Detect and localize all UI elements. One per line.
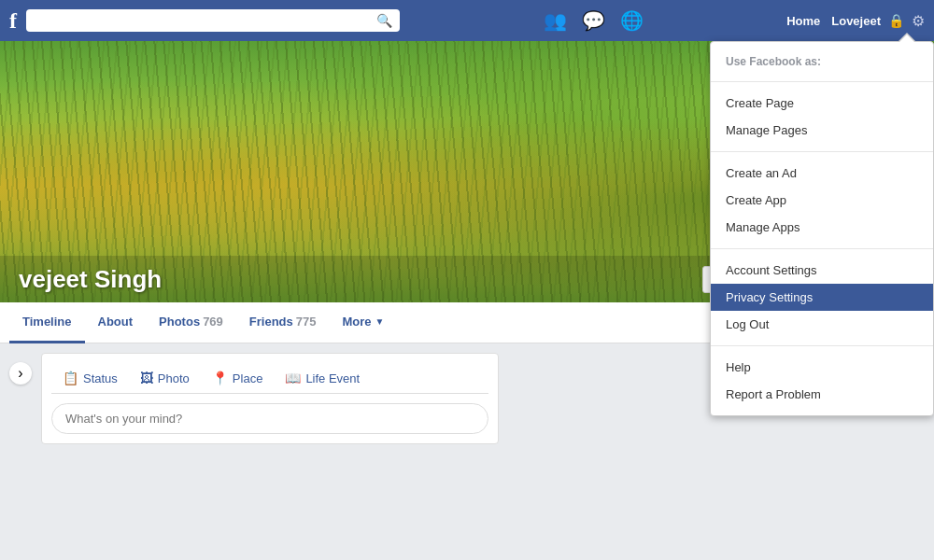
post-box: 📋 Status 🖼 Photo 📍 Place 📖 Life Event — [41, 353, 499, 444]
friends-icon[interactable]: 👥 — [544, 9, 567, 32]
post-tab-life-event-label: Life Event — [305, 371, 360, 385]
post-tab-status-label: Status — [83, 371, 118, 385]
gear-icon[interactable]: ⚙ — [912, 12, 925, 30]
navbar: f 🔍 👥 💬 🌐 Home Lovejeet 🔒 ⚙ Use Facebook… — [0, 0, 934, 41]
tab-friends-count: 775 — [296, 315, 317, 329]
chevron-right-icon: › — [18, 365, 22, 382]
dropdown-arrow — [899, 35, 914, 42]
tab-photos-count: 769 — [203, 315, 223, 329]
manage-apps-item[interactable]: Manage Apps — [711, 214, 933, 241]
dropdown-section-pages: Create Page Manage Pages — [711, 82, 933, 152]
navbar-right: Home Lovejeet 🔒 ⚙ — [786, 12, 925, 30]
manage-pages-item[interactable]: Manage Pages — [711, 117, 933, 144]
logout-item[interactable]: Log Out — [711, 311, 933, 338]
create-app-item[interactable]: Create App — [711, 187, 933, 214]
post-tab-photo[interactable]: 🖼 Photo — [129, 363, 201, 393]
dropdown-section-settings: Account Settings Privacy Settings Log Ou… — [711, 249, 933, 346]
create-ad-item[interactable]: Create an Ad — [711, 160, 933, 187]
status-icon: 📋 — [63, 371, 78, 385]
search-icon: 🔍 — [376, 13, 392, 28]
tab-photos-label: Photos — [159, 315, 200, 329]
tab-friends[interactable]: Friends 775 — [236, 302, 330, 343]
user-name[interactable]: Lovejeet — [831, 14, 881, 28]
facebook-logo: f — [9, 8, 17, 34]
dropdown-section-help: Help Report a Problem — [711, 346, 933, 415]
search-input[interactable] — [34, 14, 373, 28]
privacy-settings-item[interactable]: Privacy Settings — [711, 284, 933, 311]
tab-about[interactable]: About — [85, 302, 147, 343]
search-box[interactable]: 🔍 — [26, 9, 400, 32]
tab-more[interactable]: More ▼ — [330, 302, 398, 343]
profile-name: vejeet Singh — [19, 265, 162, 294]
create-page-item[interactable]: Create Page — [711, 90, 933, 117]
post-tab-place-label: Place — [233, 371, 263, 385]
tab-friends-label: Friends — [249, 315, 293, 329]
dropdown-section-ads: Create an Ad Create App Manage Apps — [711, 152, 933, 249]
navbar-center-icons: 👥 💬 🌐 — [400, 9, 786, 32]
account-settings-item[interactable]: Account Settings — [711, 257, 933, 284]
photo-icon: 🖼 — [140, 371, 153, 385]
tab-timeline[interactable]: Timeline — [9, 302, 85, 343]
tab-more-label: More — [343, 315, 372, 329]
tab-about-label: About — [98, 315, 134, 329]
home-link[interactable]: Home — [786, 14, 820, 28]
post-tab-life-event[interactable]: 📖 Life Event — [274, 363, 371, 393]
tab-photos[interactable]: Photos 769 — [146, 302, 236, 343]
notifications-icon[interactable]: 🌐 — [620, 9, 644, 32]
settings-dropdown: Use Facebook as: Create Page Manage Page… — [710, 41, 934, 416]
post-tab-photo-label: Photo — [158, 371, 190, 385]
life-event-icon: 📖 — [285, 371, 301, 385]
report-problem-item[interactable]: Report a Problem — [711, 381, 933, 408]
dropdown-section-header: Use Facebook as: — [711, 42, 933, 82]
post-tab-status[interactable]: 📋 Status — [51, 363, 129, 393]
post-tab-place[interactable]: 📍 Place — [201, 363, 275, 393]
post-input[interactable] — [51, 403, 488, 434]
messages-icon[interactable]: 💬 — [582, 9, 605, 32]
place-icon: 📍 — [212, 371, 228, 385]
post-tabs: 📋 Status 🖼 Photo 📍 Place 📖 Life Event — [51, 363, 488, 394]
tab-timeline-label: Timeline — [22, 315, 72, 329]
help-item[interactable]: Help — [711, 354, 933, 381]
sidebar-toggle-button[interactable]: › — [9, 362, 32, 385]
chevron-down-icon: ▼ — [375, 316, 385, 327]
dropdown-header-text: Use Facebook as: — [711, 49, 933, 74]
lock-icon[interactable]: 🔒 — [888, 13, 904, 28]
